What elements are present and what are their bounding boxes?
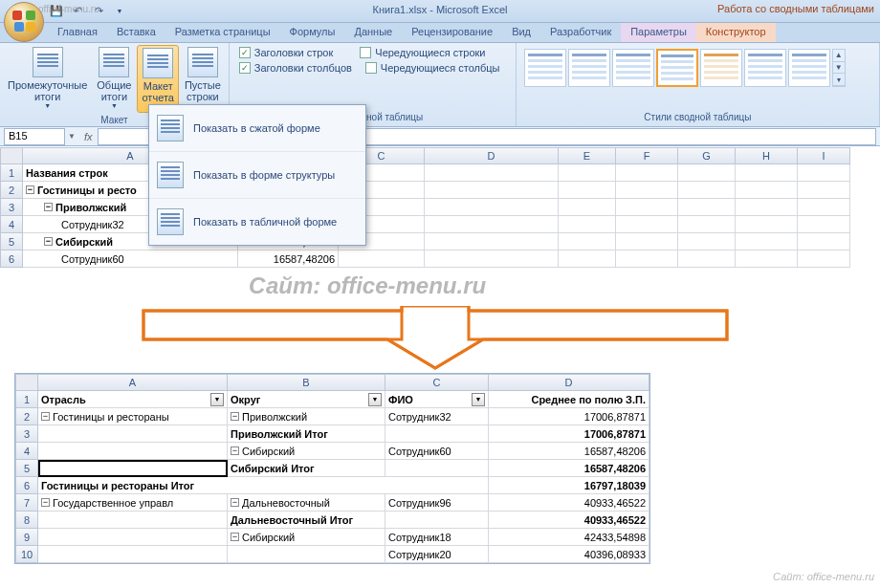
cell[interactable] [736,216,798,233]
cell[interactable] [559,250,616,268]
cell[interactable]: −Сибирский [228,443,385,460]
cell[interactable] [38,512,228,529]
cell[interactable]: Приволжский Итог [228,425,385,443]
cell[interactable]: −Дальневосточный [228,494,385,512]
row-header[interactable]: 7 [15,494,38,512]
cell[interactable] [616,233,678,250]
style-preset[interactable] [612,49,654,87]
col-header[interactable]: A [38,374,228,391]
select-all[interactable] [15,374,38,391]
menu-compact-form[interactable]: Показать в сжатой форме [149,105,365,152]
cell[interactable]: 17006,87871 [489,425,649,443]
cell[interactable] [425,216,559,233]
cell[interactable]: −Приволжский [228,408,385,425]
report-layout-button[interactable]: Макет отчета ▼ [137,45,178,113]
collapse-icon[interactable]: − [44,203,53,211]
cell[interactable]: 40933,46522 [489,512,649,529]
col-header[interactable]: G [678,147,736,164]
pivot-header[interactable]: Округ▼ [228,391,385,408]
cell[interactable] [798,164,850,182]
row-header[interactable]: 1 [0,164,23,182]
collapse-icon[interactable]: − [41,498,50,507]
cell[interactable] [736,164,798,182]
cell[interactable] [38,443,228,460]
cell[interactable] [798,216,850,233]
cell[interactable] [425,250,559,268]
cell[interactable] [38,425,228,443]
cell[interactable] [228,546,385,563]
cell[interactable] [559,216,616,233]
style-preset-selected[interactable] [656,49,698,87]
collapse-icon[interactable]: − [231,533,239,541]
row-header[interactable]: 4 [0,216,23,233]
tab-formulas[interactable]: Формулы [280,23,345,42]
collapse-icon[interactable]: − [41,412,50,421]
gallery-scroll[interactable]: ▲▼▾ [832,49,846,87]
row-header[interactable]: 2 [0,182,23,199]
cell[interactable] [798,233,850,250]
style-preset[interactable] [788,49,830,87]
col-header[interactable]: I [798,147,850,164]
cell[interactable] [425,164,559,182]
filter-dropdown-icon[interactable]: ▼ [210,393,224,406]
select-all[interactable] [0,147,23,164]
row-headers-checkbox[interactable]: ✓Заголовки строк Чередующиеся строки [233,45,512,60]
cell[interactable] [736,182,798,199]
collapse-icon[interactable]: − [26,185,34,194]
col-headers-checkbox[interactable]: ✓Заголовки столбцов Чередующиеся столбцы [233,60,512,76]
tab-review[interactable]: Рецензирование [402,23,502,42]
cell[interactable]: Сотрудник20 [385,546,489,563]
row-header[interactable]: 4 [15,443,38,460]
cell[interactable] [678,250,736,268]
name-box[interactable]: B15 [4,128,65,145]
cell[interactable]: Сотрудник60 [385,443,489,460]
grand-totals-button[interactable]: Общие итоги ▼ [93,45,135,113]
style-preset[interactable] [700,49,742,87]
cell[interactable] [678,216,736,233]
gallery-expand-icon[interactable]: ▾ [833,74,845,86]
cell[interactable] [798,199,850,216]
cell[interactable] [736,250,798,268]
cell[interactable] [678,199,736,216]
tab-data[interactable]: Данные [344,23,402,42]
row-header[interactable]: 5 [15,460,38,477]
cell[interactable]: 42433,54898 [489,529,649,546]
office-button[interactable] [4,2,44,42]
cell[interactable] [559,199,616,216]
cell[interactable]: Гостиницы и рестораны Итог [38,477,489,494]
tab-home[interactable]: Главная [48,23,107,42]
cell[interactable] [798,182,850,199]
row-header[interactable]: 3 [15,425,38,443]
collapse-icon[interactable]: − [231,412,239,421]
cell[interactable] [385,425,489,443]
cell[interactable]: Сотрудник60 [23,250,238,268]
row-header[interactable]: 8 [15,512,38,529]
filter-dropdown-icon[interactable]: ▼ [472,393,485,406]
collapse-icon[interactable]: − [231,446,239,455]
cell[interactable] [38,546,228,563]
cell[interactable]: Сотрудник32 [385,408,489,425]
styles-gallery[interactable]: ▲▼▾ [520,45,875,91]
cell[interactable] [616,199,678,216]
row-header[interactable]: 1 [15,391,38,408]
cell[interactable] [559,233,616,250]
cell[interactable] [385,460,489,477]
cell[interactable]: 40396,08933 [489,546,649,563]
cell[interactable]: Сотрудник96 [385,494,489,512]
col-header[interactable]: F [616,147,678,164]
cell[interactable]: Сотрудник18 [385,529,489,546]
cell[interactable]: 16587,48206 [238,250,339,268]
row-header[interactable]: 3 [0,199,23,216]
namebox-dropdown-icon[interactable]: ▼ [65,132,78,141]
cell[interactable]: 17006,87871 [489,408,649,425]
pivot-header[interactable]: Среднее по полю З.П. [489,391,649,408]
cell[interactable] [425,233,559,250]
col-header[interactable]: C [385,374,489,391]
col-header[interactable]: H [736,147,798,164]
tab-insert[interactable]: Вставка [107,23,165,42]
menu-outline-form[interactable]: Показать в форме структуры [149,152,365,199]
cell[interactable]: Сибирский Итог [228,460,385,477]
filter-dropdown-icon[interactable]: ▼ [368,393,382,406]
cell[interactable] [736,233,798,250]
cell[interactable] [678,182,736,199]
